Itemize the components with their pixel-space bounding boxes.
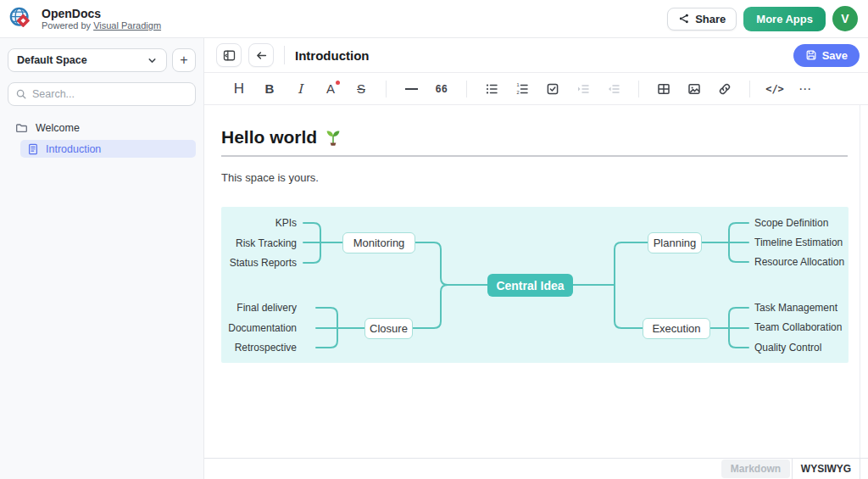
search-box[interactable] [8, 82, 196, 106]
app-header: OpenDocs Powered by Visual Paradigm Shar… [0, 0, 868, 38]
italic-button[interactable]: I [287, 77, 313, 101]
tree-folder-label: Welcome [36, 122, 80, 134]
indent-icon [576, 82, 590, 96]
page-tree: Welcome Introduction [8, 119, 196, 158]
document-heading: Hello world [221, 127, 848, 148]
link-button[interactable] [712, 77, 737, 101]
mindmap-leaf[interactable]: Task Management [754, 302, 837, 314]
outdent-button[interactable] [601, 77, 626, 101]
tree-folder-welcome[interactable]: Welcome [8, 119, 196, 137]
visual-paradigm-link[interactable]: Visual Paradigm [93, 20, 161, 31]
tab-markdown[interactable]: Markdown [721, 460, 790, 478]
strikethrough-button[interactable]: S [348, 77, 374, 101]
add-space-button[interactable]: + [172, 48, 196, 72]
arrow-left-icon [255, 49, 268, 62]
powered-by: Powered by Visual Paradigm [42, 20, 161, 31]
mindmap[interactable]: Central Idea Monitoring Closure Planning… [221, 207, 849, 363]
sidebar-panel-icon [223, 49, 236, 62]
horizontal-rule-icon [405, 88, 418, 90]
opendocs-app: OpenDocs Powered by Visual Paradigm Shar… [0, 0, 868, 479]
seedling-emoji-icon [325, 128, 342, 147]
document-icon [27, 143, 39, 155]
toggle-sidebar-button[interactable] [216, 43, 242, 67]
mindmap-leaf[interactable]: Team Collaboration [754, 321, 842, 333]
horizontal-rule-button[interactable] [398, 77, 424, 101]
brand-text: OpenDocs Powered by Visual Paradigm [42, 7, 161, 31]
svg-text:1: 1 [516, 82, 519, 87]
space-row: Default Space + [8, 48, 196, 72]
user-avatar[interactable]: V [832, 6, 858, 31]
search-input[interactable] [32, 88, 188, 100]
table-icon [657, 82, 670, 96]
outdent-icon [607, 82, 620, 96]
indent-button[interactable] [570, 77, 596, 101]
bullet-list-button[interactable] [479, 77, 504, 101]
heading-rule [221, 155, 848, 157]
formatting-toolbar: H B I A S 66 [204, 72, 868, 105]
header-actions: Share More Apps V [667, 6, 858, 31]
page-title: Introduction [295, 48, 369, 63]
ordered-list-button[interactable]: 1 2 [509, 77, 535, 101]
tab-wysiwyg[interactable]: WYSIWYG [792, 459, 860, 479]
ordered-list-icon: 1 2 [515, 82, 529, 96]
mindmap-node-planning[interactable]: Planning [648, 232, 702, 253]
more-apps-button[interactable]: More Apps [743, 7, 826, 31]
heading-button[interactable]: H [226, 77, 252, 101]
editor-panel: Introduction Save H B I A S 66 [204, 38, 868, 479]
editor-bottombar: Markdown WYSIWYG [204, 458, 868, 479]
mindmap-node-monitoring[interactable]: Monitoring [342, 232, 415, 253]
chevron-down-icon [147, 55, 158, 66]
text-color-button[interactable]: A [318, 77, 343, 101]
mindmap-node-execution[interactable]: Execution [643, 318, 710, 339]
visual-paradigm-logo-icon [8, 6, 34, 31]
sidebar: Default Space + [0, 38, 204, 479]
share-icon [678, 13, 690, 25]
scroll-gutter[interactable] [860, 105, 860, 458]
toolbar-divider [386, 81, 387, 97]
document-paragraph: This space is yours. [221, 171, 848, 184]
mindmap-leaf[interactable]: Status Reports [230, 257, 297, 269]
mindmap-leaf[interactable]: Quality Control [754, 342, 821, 354]
back-button[interactable] [248, 43, 274, 67]
toolbar-divider [638, 81, 639, 97]
folder-icon [15, 122, 28, 135]
bullet-list-icon [485, 82, 498, 96]
search-icon [15, 88, 27, 100]
blockquote-button[interactable]: 66 [429, 77, 454, 101]
topbar-divider [284, 46, 285, 64]
mindmap-leaf[interactable]: Scope Definition [754, 217, 828, 229]
mindmap-leaf[interactable]: Documentation [228, 322, 297, 334]
mindmap-leaf[interactable]: Risk Tracking [236, 237, 297, 249]
share-button[interactable]: Share [667, 8, 737, 31]
tree-item-label: Introduction [46, 143, 101, 155]
tree-item-introduction[interactable]: Introduction [20, 140, 196, 158]
editor-topbar: Introduction Save [204, 38, 868, 72]
brand: OpenDocs Powered by Visual Paradigm [8, 6, 161, 31]
mindmap-leaf[interactable]: Resource Allocation [754, 256, 844, 268]
app-title: OpenDocs [42, 7, 161, 20]
link-icon [718, 82, 732, 96]
more-options-button[interactable]: ⋯ [793, 77, 818, 101]
mindmap-node-closure[interactable]: Closure [364, 318, 413, 339]
mindmap-leaf[interactable]: Retrospective [235, 342, 297, 354]
task-list-icon [546, 82, 559, 96]
toolbar-divider [749, 81, 750, 97]
space-selector[interactable]: Default Space [8, 48, 167, 72]
mindmap-central-node[interactable]: Central Idea [487, 274, 573, 297]
table-button[interactable] [651, 77, 676, 101]
document-body[interactable]: Hello world This space is yours. Ce [204, 105, 868, 458]
toolbar-divider [466, 81, 467, 97]
image-icon [687, 82, 701, 96]
save-icon [805, 49, 817, 61]
save-button[interactable]: Save [793, 44, 860, 67]
task-list-button[interactable] [540, 77, 565, 101]
mindmap-leaf[interactable]: KPIs [275, 217, 297, 229]
code-button[interactable]: </> [762, 77, 787, 101]
bold-button[interactable]: B [257, 77, 282, 101]
svg-text:2: 2 [516, 90, 519, 95]
mindmap-leaf[interactable]: Timeline Estimation [754, 237, 843, 248]
image-button[interactable] [682, 77, 707, 101]
mindmap-leaf[interactable]: Final delivery [236, 302, 297, 314]
